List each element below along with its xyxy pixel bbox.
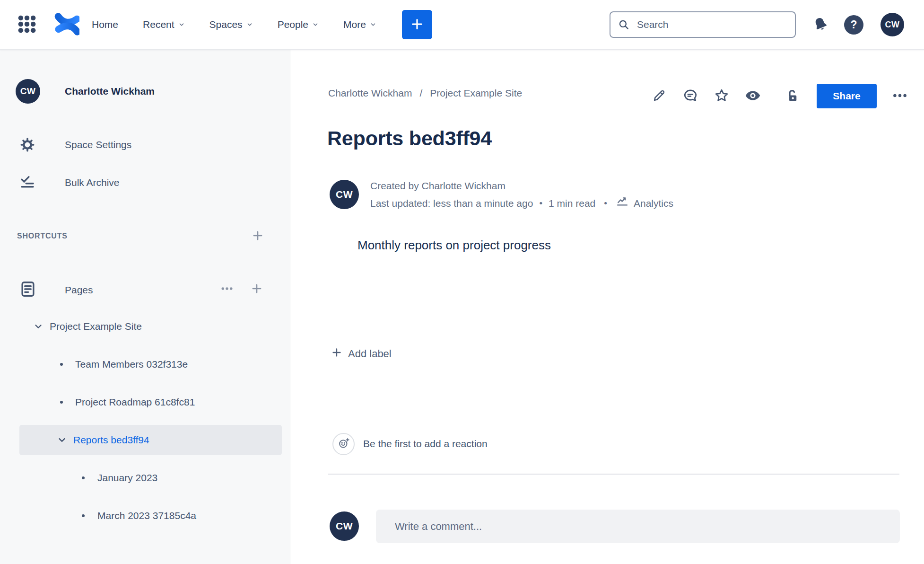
avatar-initials: CW [336, 520, 353, 532]
nav-link-label: More [343, 19, 366, 30]
bullet-icon [82, 514, 85, 517]
nav-link-people[interactable]: People [278, 19, 319, 30]
page-icon [19, 280, 37, 300]
add-label-text: Add label [348, 348, 392, 360]
share-button[interactable]: Share [817, 84, 877, 108]
edit-button[interactable] [651, 88, 667, 104]
avatar-initials: CW [885, 20, 900, 30]
confluence-app: Home Recent Spaces People [0, 0, 924, 564]
search-box [610, 11, 796, 38]
page-more-button[interactable] [892, 88, 908, 104]
space-name: Charlotte Wickham [65, 86, 155, 97]
chevron-down-icon[interactable] [32, 320, 45, 333]
page-actions: Share [651, 84, 908, 108]
pages-more-button[interactable] [218, 280, 236, 299]
chevron-down-icon[interactable] [55, 433, 69, 447]
nav-link-recent[interactable]: Recent [143, 19, 185, 30]
nav-left-cluster: Home Recent Spaces People [17, 9, 432, 40]
tree-item-label: Project Roadmap 61c8fc81 [75, 397, 195, 408]
ellipsis-icon [220, 282, 234, 297]
comment-input[interactable] [376, 510, 900, 543]
create-button[interactable] [402, 10, 432, 39]
chevron-down-icon [370, 19, 376, 30]
star-icon [714, 88, 730, 105]
notifications-button[interactable] [812, 16, 829, 34]
space-sidebar: CW Charlotte Wickham [0, 50, 290, 564]
nav-link-home[interactable]: Home [92, 19, 118, 30]
page-content: Charlotte Wickham / Project Example Site [290, 50, 924, 564]
shortcuts-header: SHORTCUTS [0, 228, 290, 245]
last-updated-text: Last updated: less than a minute ago [370, 194, 533, 212]
tree-item-label: March 2023 37185c4a [97, 510, 196, 521]
eye-icon [744, 87, 761, 106]
author-avatar: CW [330, 180, 359, 209]
add-label-button[interactable]: Add label [331, 347, 392, 361]
analytics-label: Analytics [634, 194, 673, 212]
byline: Created by Charlotte Wickham Last update… [370, 178, 673, 213]
nav-link-label: People [278, 19, 308, 30]
comment-box [376, 510, 900, 543]
primary-nav-links: Home Recent Spaces People [92, 19, 376, 30]
nav-link-more[interactable]: More [343, 19, 376, 30]
confluence-logo[interactable] [50, 9, 79, 40]
tree-item-reports-selected[interactable]: Reports bed3ff94 [0, 431, 290, 449]
content-divider [328, 474, 899, 475]
tree-item-march-2023[interactable]: March 2023 37185c4a [0, 506, 290, 525]
chevron-down-icon [178, 19, 185, 30]
bell-icon [812, 16, 829, 34]
comments-button[interactable] [682, 88, 698, 104]
plus-icon [331, 347, 342, 361]
dot-separator: • [539, 194, 542, 212]
help-button[interactable]: ? [844, 15, 863, 35]
watch-button[interactable] [745, 88, 761, 104]
tree-item-label: Project Example Site [50, 321, 142, 332]
tree-item-label: Reports bed3ff94 [73, 434, 149, 446]
grid-icon [17, 14, 37, 35]
pages-label: Pages [65, 284, 93, 296]
profile-button[interactable]: CW [880, 13, 904, 36]
nav-link-label: Recent [143, 19, 174, 30]
breadcrumb-link-parent[interactable]: Project Example Site [430, 88, 522, 99]
sidebar-item-label: Space Settings [65, 139, 131, 150]
shortcuts-label: SHORTCUTS [17, 232, 68, 240]
chevron-down-icon [246, 19, 253, 30]
sidebar-item-bulk-archive[interactable]: Bulk Archive [0, 173, 290, 192]
add-shortcut-button[interactable] [248, 227, 267, 246]
favorite-button[interactable] [714, 88, 730, 104]
gear-icon [18, 137, 36, 153]
nav-link-spaces[interactable]: Spaces [209, 19, 253, 30]
tree-item-january-2023[interactable]: January 2023 [0, 468, 290, 487]
ellipsis-icon [892, 88, 908, 105]
analytics-link[interactable]: Analytics [616, 194, 673, 213]
commenter-avatar: CW [330, 511, 359, 541]
question-mark-icon: ? [850, 18, 857, 31]
body-row: CW Charlotte Wickham [0, 50, 924, 564]
bulk-archive-icon [18, 175, 36, 191]
breadcrumb-link-space[interactable]: Charlotte Wickham [328, 88, 412, 99]
top-nav: Home Recent Spaces People [0, 0, 924, 50]
add-reaction-button[interactable] [332, 433, 355, 455]
add-reaction-icon [337, 437, 350, 451]
read-time-text: 1 min read [549, 194, 595, 212]
nav-link-label: Spaces [209, 19, 243, 30]
bullet-icon [60, 401, 63, 404]
byline-meta: Last updated: less than a minute ago • 1… [370, 194, 673, 213]
sidebar-item-label: Bulk Archive [65, 177, 120, 188]
tree-item-team-members[interactable]: Team Members 032f313e [0, 355, 290, 374]
bullet-icon [82, 476, 85, 479]
reaction-hint-text: Be the first to add a reaction [363, 438, 488, 449]
tree-item-project-example-site[interactable]: Project Example Site [0, 317, 290, 336]
space-avatar: CW [16, 79, 40, 104]
sidebar-item-pages[interactable]: Pages [0, 280, 290, 300]
tree-item-project-roadmap[interactable]: Project Roadmap 61c8fc81 [0, 393, 290, 412]
nav-right-cluster: ? CW [610, 11, 904, 38]
search-input[interactable] [610, 11, 796, 38]
pencil-icon [652, 88, 667, 105]
avatar-initials: CW [20, 86, 36, 97]
breadcrumb-separator: / [419, 88, 422, 99]
restrictions-button[interactable] [785, 88, 801, 104]
app-switcher-button[interactable] [17, 14, 37, 35]
space-header[interactable]: CW Charlotte Wickham [16, 79, 305, 104]
add-page-button[interactable] [247, 280, 266, 299]
sidebar-item-space-settings[interactable]: Space Settings [0, 135, 290, 154]
